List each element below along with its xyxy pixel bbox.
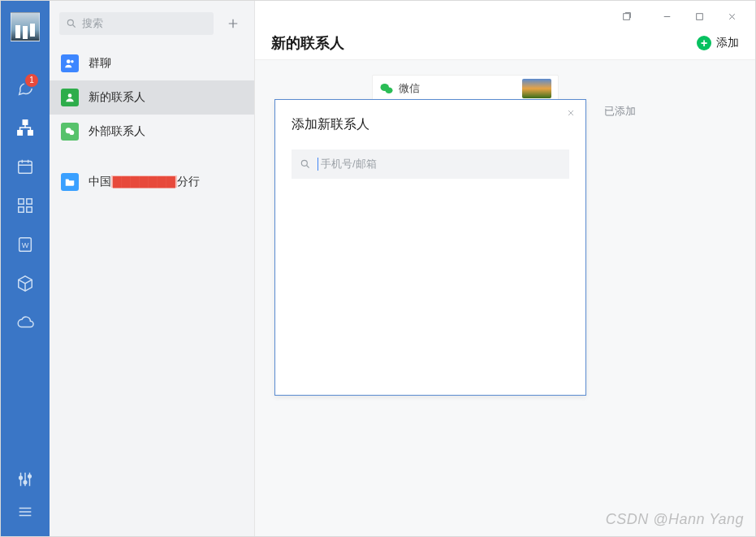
wechat-icon: [379, 81, 394, 96]
svg-point-12: [28, 475, 32, 479]
svg-point-14: [67, 59, 71, 63]
avatar[interactable]: [11, 12, 40, 41]
close-icon: [727, 11, 737, 22]
rail-chat[interactable]: 1: [1, 69, 50, 108]
svg-rect-6: [19, 207, 24, 212]
rail-cloud[interactable]: [1, 303, 50, 342]
doc-icon: W: [16, 236, 34, 253]
folder-icon: [61, 173, 79, 191]
add-button-label: 添加: [716, 36, 739, 50]
add-button[interactable]: + 添加: [697, 36, 739, 50]
dialog-search-input[interactable]: 手机号/邮箱: [292, 149, 569, 179]
rail-apps[interactable]: [1, 186, 50, 225]
svg-rect-19: [623, 13, 629, 19]
rail-settings[interactable]: [1, 463, 50, 496]
add-contact-button[interactable]: [222, 12, 244, 35]
chat-badge: 1: [24, 72, 40, 89]
sidebar-item-group-chat[interactable]: 群聊: [50, 46, 254, 80]
svg-rect-7: [27, 207, 32, 212]
svg-point-11: [24, 481, 27, 484]
rail-contacts[interactable]: [1, 108, 50, 147]
svg-rect-0: [23, 120, 28, 125]
svg-rect-20: [696, 13, 702, 19]
svg-rect-2: [28, 131, 32, 136]
minimize-button[interactable]: [651, 5, 682, 28]
cloud-icon: [16, 314, 34, 331]
close-button[interactable]: [716, 5, 747, 28]
svg-point-10: [19, 476, 23, 479]
popout-button[interactable]: [611, 5, 642, 28]
plus-icon: [226, 16, 240, 31]
text-cursor: [318, 158, 318, 171]
sidebar-item-label: 新的联系人: [89, 90, 145, 105]
contacts-sidebar: 搜索 群聊 新的联系人 外部联系人: [50, 1, 255, 536]
rail-menu[interactable]: [1, 496, 50, 528]
sidebar-item-new-contacts[interactable]: 新的联系人: [50, 80, 254, 115]
main-panel: 新的联系人 + 添加 微信 已添加 添加新联系人: [255, 1, 755, 536]
svg-rect-5: [27, 199, 32, 204]
search-input[interactable]: 搜索: [59, 12, 214, 35]
svg-point-22: [386, 88, 393, 94]
rail-box[interactable]: [1, 264, 50, 303]
popout-icon: [621, 11, 632, 22]
svg-point-15: [71, 60, 74, 63]
contacts-list: 群聊 新的联系人 外部联系人 中国▇▇▇▇▇▇▇分行: [50, 46, 254, 536]
sidebar-item-label: 外部联系人: [89, 124, 145, 139]
close-icon: [566, 108, 576, 118]
person-icon: [61, 89, 79, 106]
svg-point-23: [301, 160, 307, 166]
svg-point-16: [68, 93, 72, 97]
svg-point-18: [69, 130, 74, 135]
svg-text:W: W: [22, 241, 29, 249]
plus-circle-icon: +: [697, 36, 711, 50]
minimize-icon: [662, 11, 672, 22]
group-icon: [61, 54, 79, 72]
search-icon: [300, 158, 311, 170]
org-icon: [16, 119, 34, 136]
nav-rail: 1 W: [1, 1, 50, 536]
sidebar-item-label: 群聊: [89, 56, 111, 71]
maximize-button[interactable]: [684, 5, 715, 28]
contact-name: 微信: [399, 81, 420, 96]
svg-rect-1: [18, 131, 23, 136]
svg-point-13: [67, 19, 73, 25]
box-icon: [16, 275, 34, 292]
wechat-icon: [61, 123, 79, 141]
search-placeholder: 搜索: [82, 16, 103, 31]
dialog-search-placeholder: 手机号/邮箱: [321, 157, 377, 171]
content-area: 微信 已添加 添加新联系人 手机号/邮箱: [255, 59, 755, 536]
contact-thumb: [522, 79, 551, 98]
search-icon: [66, 18, 77, 29]
add-contact-dialog: 添加新联系人 手机号/邮箱: [274, 99, 586, 396]
contact-request-card[interactable]: 微信: [372, 75, 559, 102]
dialog-title: 添加新联系人: [275, 100, 585, 143]
sidebar-item-org-folder[interactable]: 中国▇▇▇▇▇▇▇分行: [50, 165, 254, 199]
svg-rect-3: [19, 162, 32, 174]
rail-docs[interactable]: W: [1, 225, 50, 264]
grid-icon: [16, 197, 34, 214]
calendar-icon: [16, 158, 34, 175]
sidebar-item-external-contacts[interactable]: 外部联系人: [50, 115, 254, 149]
dialog-close-button[interactable]: [563, 105, 579, 121]
sliders-icon: [16, 470, 34, 488]
status-added: 已添加: [604, 104, 636, 119]
menu-icon: [16, 503, 34, 521]
page-title: 新的联系人: [271, 33, 344, 53]
sidebar-item-label: 中国▇▇▇▇▇▇▇分行: [89, 175, 200, 189]
maximize-icon: [694, 11, 705, 22]
svg-rect-4: [19, 199, 24, 204]
rail-calendar[interactable]: [1, 147, 50, 186]
